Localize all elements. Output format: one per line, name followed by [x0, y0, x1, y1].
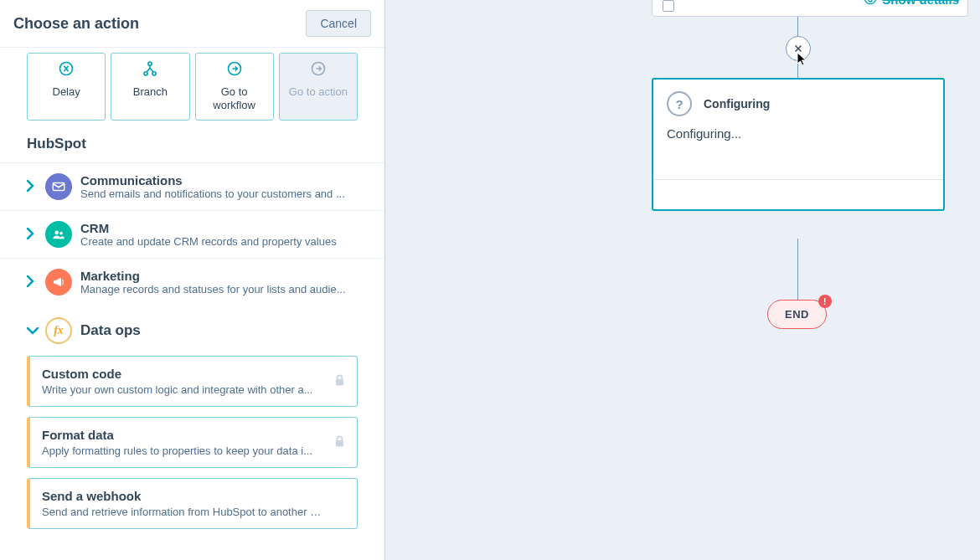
hourglass-icon — [58, 60, 75, 80]
card-header: ? Configuring — [653, 80, 943, 121]
card-format-data[interactable]: Format data Apply formatting rules to pr… — [27, 417, 358, 468]
category-title: Marketing — [80, 269, 371, 283]
tile-go-to-workflow[interactable]: Go to workflow — [195, 53, 274, 121]
panel-header: Choose an action Cancel — [0, 0, 384, 48]
svg-point-8 — [59, 232, 63, 235]
card-custom-code[interactable]: Custom code Write your own custom logic … — [27, 356, 358, 407]
svg-point-11 — [869, 0, 872, 2]
section-heading-hubspot: HubSpot — [0, 132, 384, 162]
alert-badge: ! — [818, 295, 832, 308]
card-desc: Write your own custom logic and integrat… — [42, 383, 323, 396]
card-body: Configuring... — [653, 121, 943, 179]
category-desc: Send emails and notifications to your cu… — [80, 188, 371, 200]
cancel-button[interactable]: Cancel — [306, 10, 371, 37]
function-icon: fx — [45, 317, 72, 344]
card-title: Custom code — [42, 367, 323, 381]
chevron-down-icon — [27, 324, 37, 337]
lock-icon — [334, 434, 345, 450]
card-title: Send a webhook — [42, 489, 323, 503]
megaphone-icon — [45, 269, 72, 295]
svg-rect-10 — [336, 440, 343, 446]
category-text: CRM Create and update CRM records and pr… — [80, 221, 371, 248]
eye-icon — [864, 0, 877, 7]
workflow-canvas[interactable]: Show details ? Configuring Configuring..… — [385, 0, 980, 560]
dataops-title: Data ops — [80, 322, 141, 339]
card-title: Format data — [42, 428, 323, 442]
svg-point-1 — [148, 62, 152, 65]
end-node[interactable]: END ! — [767, 300, 827, 329]
chevron-right-icon — [27, 275, 37, 290]
category-marketing[interactable]: Marketing Manage records and statuses fo… — [0, 258, 384, 306]
branch-icon — [142, 60, 158, 80]
tile-label: Go to workflow — [199, 85, 270, 111]
card-desc: Send and retrieve information from HubSp… — [42, 506, 323, 518]
category-desc: Create and update CRM records and proper… — [80, 235, 371, 248]
category-text: Marketing Manage records and statuses fo… — [80, 269, 371, 295]
square-icon — [663, 0, 674, 12]
connector-line — [797, 60, 798, 79]
category-crm[interactable]: CRM Create and update CRM records and pr… — [0, 210, 384, 258]
card-send-webhook[interactable]: Send a webhook Send and retrieve informa… — [27, 478, 358, 529]
configuring-card[interactable]: ? Configuring Configuring... — [652, 78, 945, 211]
arrow-right-circle-icon — [226, 60, 243, 80]
card-footer — [653, 179, 943, 209]
action-tiles-row: Delay Branch Go to workflow Go to action — [0, 48, 384, 132]
category-communications[interactable]: Communications Send emails and notificat… — [0, 162, 384, 210]
tile-go-to-action[interactable]: Go to action — [279, 53, 358, 121]
show-details-label: Show details — [882, 0, 959, 7]
svg-point-7 — [55, 231, 59, 235]
card-desc: Apply formatting rules to properties to … — [42, 444, 323, 457]
dataops-card-list: Custom code Write your own custom logic … — [0, 356, 384, 529]
tile-label: Go to action — [289, 85, 348, 99]
tile-delay[interactable]: Delay — [27, 53, 106, 121]
users-icon — [45, 221, 72, 248]
tile-label: Branch — [133, 85, 168, 99]
chevron-right-icon — [27, 180, 37, 194]
connector-line — [797, 239, 798, 300]
lock-icon — [334, 373, 345, 389]
category-title: CRM — [80, 221, 371, 235]
panel-title: Choose an action — [13, 15, 139, 33]
envelope-icon — [45, 173, 72, 200]
connector-line — [797, 17, 798, 37]
category-text: Communications Send emails and notificat… — [80, 173, 371, 200]
category-title: Communications — [80, 173, 371, 188]
close-icon — [792, 43, 804, 54]
action-chooser-panel: Choose an action Cancel Delay Branch Go — [0, 0, 385, 560]
arrow-right-circle-icon — [310, 60, 327, 80]
add-action-node[interactable] — [786, 36, 811, 61]
trigger-card-fragment: Show details — [652, 0, 968, 17]
card-title: Configuring — [704, 97, 770, 110]
category-desc: Manage records and statuses for your lis… — [80, 283, 371, 295]
question-icon: ? — [667, 91, 692, 116]
end-label: END — [785, 308, 809, 321]
panel-body[interactable]: Delay Branch Go to workflow Go to action — [0, 48, 384, 560]
svg-rect-9 — [336, 379, 343, 385]
tile-branch[interactable]: Branch — [111, 53, 189, 121]
chevron-right-icon — [27, 228, 37, 242]
show-details-link[interactable]: Show details — [864, 0, 959, 7]
tile-label: Delay — [53, 85, 80, 99]
category-data-ops[interactable]: fx Data ops — [0, 306, 384, 356]
